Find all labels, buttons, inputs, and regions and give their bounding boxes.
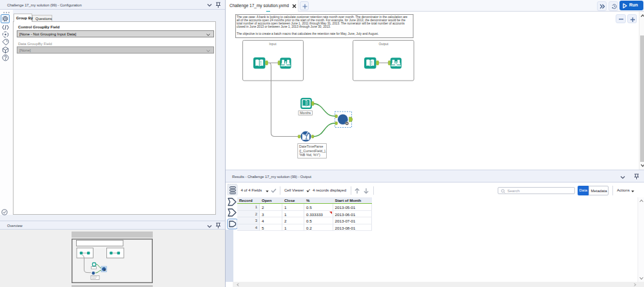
- svg-text:DateTimeParse: DateTimeParse: [299, 144, 323, 148]
- svg-text:Months: Months: [300, 111, 311, 115]
- svg-text:Output: Output: [378, 42, 389, 46]
- svg-text:Input: Input: [269, 42, 277, 46]
- svg-text:'%B %d, %Y'): '%B %d, %Y'): [299, 153, 320, 157]
- svg-text:([_CurrentField_],: ([_CurrentField_],: [299, 149, 326, 153]
